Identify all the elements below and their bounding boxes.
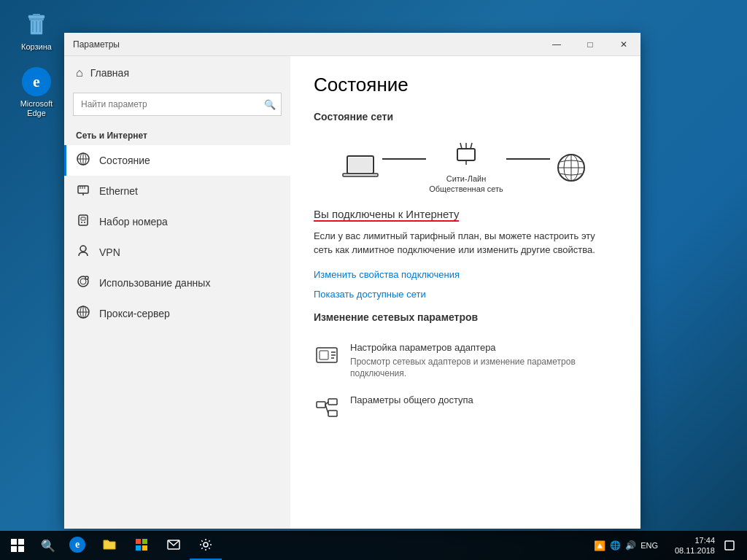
sharing-settings-card[interactable]: Параметры общего доступа [314,387,617,428]
svg-rect-30 [349,158,372,172]
search-icon: 🔍 [264,99,276,110]
sidebar-item-status[interactable]: Состояние [64,145,290,176]
svg-rect-58 [142,545,147,551]
taskbar-settings[interactable] [190,531,222,560]
data-usage-icon [76,275,90,291]
dialup-icon [76,214,90,230]
svg-rect-46 [317,402,325,408]
minimize-button[interactable]: — [540,33,573,56]
titlebar: Параметры — □ ✕ [64,33,640,56]
volume-icon[interactable]: 🔊 [625,540,636,551]
settings-window: Параметры — □ ✕ ⌂ Главная 🔍 Сеть и Интер… [64,33,640,529]
taskbar-system-icons: 🔼 🌐 🔊 ENG [594,540,658,551]
adapter-settings-title: Настройка параметров адаптера [350,342,617,353]
titlebar-controls: — □ ✕ [540,33,640,56]
svg-line-35 [471,143,472,149]
adapter-icon [314,342,340,368]
data-usage-label: Использование данных [99,277,210,289]
window-title: Параметры [73,39,540,50]
svg-rect-42 [320,351,328,359]
search-input[interactable] [73,93,282,116]
taskbar: 🔍 e [0,531,747,560]
sidebar-item-vpn[interactable]: VPN [64,237,290,268]
svg-rect-2 [29,18,44,20]
search-icon: 🔍 [41,539,55,553]
proxy-label: Прокси-сервер [99,308,170,319]
status-label: Состояние [99,155,150,166]
start-button[interactable] [0,531,35,560]
sidebar-search-container: 🔍 [73,93,282,116]
svg-rect-55 [136,539,141,544]
date-display: 08.11.2018 [664,545,715,556]
edge-desktop-icon[interactable]: e MicrosoftEdge [7,64,66,121]
globe-svg [553,153,589,182]
laptop-node [341,153,379,182]
sharing-card-text: Параметры общего доступа [350,394,473,408]
recycle-bin-label: Корзина [21,42,52,52]
taskbar-explorer[interactable] [93,531,125,560]
change-properties-link[interactable]: Изменить свойства подключения [314,269,617,280]
maximize-button[interactable]: □ [573,33,607,56]
svg-point-60 [204,542,208,547]
proxy-icon [76,306,90,322]
page-title: Состояние [314,74,617,96]
network-icon[interactable]: 🌐 [610,540,621,551]
net-line-2 [506,158,550,160]
router-label: Сити-Лайн Общественная сеть [429,174,503,195]
taskbar-mail[interactable] [158,531,190,560]
svg-rect-54 [18,546,24,552]
ethernet-label: Ethernet [99,185,138,197]
svg-point-24 [85,276,88,279]
connected-text: Вы подключены к Интернету [314,208,459,222]
taskbar-edge[interactable]: e [61,531,93,560]
sidebar-category: Сеть и Интернет [64,125,290,145]
taskbar-items: e [61,531,594,560]
sidebar: ⌂ Главная 🔍 Сеть и Интернет [64,56,290,529]
taskbar-clock[interactable]: 17:44 08.11.2018 [664,535,715,556]
recycle-bin-icon[interactable]: Корзина [7,7,66,55]
svg-rect-17 [81,217,85,220]
ethernet-icon [76,183,90,199]
time-display: 17:44 [664,535,715,545]
sidebar-home[interactable]: ⌂ Главная [64,56,290,90]
adapter-settings-card[interactable]: Настройка параметров адаптера Просмотр с… [314,335,617,388]
svg-rect-47 [328,399,337,405]
notification-button[interactable] [718,531,741,560]
edge-label: MicrosoftEdge [20,99,53,118]
status-icon [76,152,90,168]
taskbar-right: 🔼 🌐 🔊 ENG 17:44 08.11.2018 [594,531,747,560]
network-diagram: Сити-Лайн Общественная сеть [314,134,617,202]
svg-point-21 [84,247,87,250]
svg-rect-52 [18,539,24,545]
svg-rect-61 [725,541,734,550]
svg-rect-32 [457,149,475,160]
sharing-icon [314,394,340,421]
dialup-label: Набор номера [99,216,168,228]
svg-rect-11 [78,186,88,193]
svg-rect-31 [343,174,378,176]
adapter-settings-desc: Просмотр сетевых адаптеров и изменение п… [350,356,617,381]
network-status-title: Состояние сети [314,111,617,122]
adapter-card-text: Настройка параметров адаптера Просмотр с… [350,342,617,381]
show-available-networks-link[interactable]: Показать доступные сети [314,289,617,300]
taskbar-store[interactable] [125,531,158,560]
description-text: Если у вас лимитный тарифный план, вы мо… [314,229,605,257]
network-tray-icon[interactable]: 🔼 [594,540,605,551]
sharing-settings-title: Параметры общего доступа [350,394,473,405]
svg-rect-6 [33,14,40,16]
close-button[interactable]: ✕ [607,33,640,56]
svg-point-23 [80,279,86,284]
sidebar-item-ethernet[interactable]: Ethernet [64,176,290,206]
svg-line-50 [325,405,328,413]
sidebar-item-data-usage[interactable]: Использование данных [64,268,290,298]
vpn-icon [76,244,90,260]
desktop: Корзина e MicrosoftEdge Параметры — □ ✕ … [0,0,747,560]
sidebar-item-proxy[interactable]: Прокси-сервер [64,298,290,329]
sidebar-item-dialup[interactable]: Набор номера [64,206,290,237]
window-body: ⌂ Главная 🔍 Сеть и Интернет [64,56,640,529]
home-label: Главная [90,67,129,79]
change-settings-title: Изменение сетевых параметров [314,311,617,323]
content-area: Состояние Состояние сети [290,56,640,529]
vpn-label: VPN [99,246,120,258]
taskbar-search[interactable]: 🔍 [35,531,61,560]
